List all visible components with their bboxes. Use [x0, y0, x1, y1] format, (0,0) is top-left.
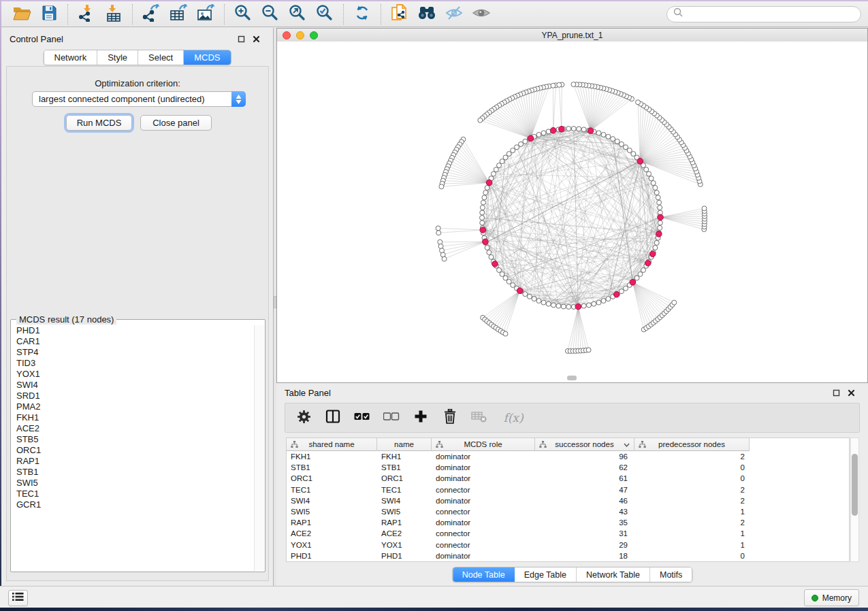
leaf-node[interactable] — [442, 257, 447, 261]
control-panel-float-button[interactable] — [237, 35, 246, 44]
table-settings-button[interactable] — [295, 409, 312, 427]
ring-node[interactable] — [634, 276, 639, 280]
optimization-criterion-select[interactable]: largest connected component (undirected) — [32, 91, 246, 107]
leaf-node[interactable] — [436, 231, 441, 235]
mcds-result-item[interactable]: STP4 — [12, 347, 254, 358]
ring-node[interactable] — [481, 200, 485, 205]
ring-node[interactable] — [581, 127, 586, 132]
mcds-hub-node[interactable] — [550, 127, 556, 133]
ring-node[interactable] — [503, 276, 508, 280]
ring-node[interactable] — [541, 131, 546, 135]
ring-node[interactable] — [566, 127, 571, 131]
table-panel-close-button[interactable] — [847, 389, 856, 397]
table-panel-float-button[interactable] — [832, 389, 841, 397]
ring-node[interactable] — [606, 134, 611, 139]
mcds-hub-node[interactable] — [575, 303, 581, 310]
mcds-result-item[interactable]: TEC1 — [12, 489, 254, 499]
leaf-node[interactable] — [478, 118, 483, 122]
mcds-result-item[interactable]: SWI4 — [12, 380, 254, 391]
table-row[interactable]: ORC1ORC1dominator610 — [287, 473, 849, 484]
ring-node[interactable] — [536, 132, 541, 137]
ring-node[interactable] — [507, 152, 511, 156]
mcds-result-item[interactable]: STB5 — [12, 434, 254, 445]
ring-node[interactable] — [511, 283, 515, 288]
table-row[interactable]: SWI4SWI4dominator462 — [287, 495, 849, 506]
ring-node[interactable] — [641, 267, 645, 272]
ring-node[interactable] — [485, 246, 489, 250]
export-image-button[interactable] — [192, 3, 219, 25]
select-all-button[interactable] — [353, 409, 371, 427]
zoom-fit-button[interactable] — [284, 3, 311, 25]
table-row[interactable]: PHD1PHD1dominator180 — [287, 550, 849, 561]
leaf-node[interactable] — [439, 184, 444, 189]
mcds-hub-node[interactable] — [486, 180, 492, 186]
mcds-result-item[interactable]: SWI5 — [12, 478, 254, 489]
ring-node[interactable] — [601, 132, 606, 137]
mcds-hub-node[interactable] — [637, 159, 643, 165]
leaf-node[interactable] — [503, 331, 508, 336]
ring-node[interactable] — [503, 155, 508, 160]
ring-node[interactable] — [596, 131, 601, 135]
import-network-button[interactable] — [73, 3, 100, 25]
table-row[interactable]: TEC1TEC1connector472 — [287, 484, 849, 495]
mcds-hub-node[interactable] — [656, 231, 662, 237]
mcds-result-item[interactable]: PHD1 — [12, 325, 254, 336]
zoom-selected-button[interactable] — [311, 3, 338, 25]
table-scrollbar[interactable] — [850, 437, 859, 562]
ring-node[interactable] — [653, 246, 658, 250]
deselect-all-button[interactable] — [383, 409, 400, 427]
ring-node[interactable] — [515, 145, 519, 150]
export-table-button[interactable] — [165, 3, 192, 25]
ring-node[interactable] — [627, 148, 632, 152]
ring-node[interactable] — [532, 297, 536, 301]
ring-node[interactable] — [651, 181, 656, 186]
ring-node[interactable] — [647, 171, 652, 176]
leaf-node[interactable] — [702, 206, 707, 211]
ring-node[interactable] — [623, 145, 628, 150]
memory-button[interactable]: Memory — [804, 589, 859, 606]
ring-node[interactable] — [631, 152, 636, 156]
export-network-button[interactable] — [138, 3, 165, 25]
show-columns-button[interactable] — [324, 409, 342, 427]
tab-motifs[interactable]: Motifs — [650, 567, 692, 582]
mcds-hub-node[interactable] — [645, 260, 651, 266]
ring-node[interactable] — [653, 185, 658, 190]
search-field[interactable] — [666, 6, 861, 22]
ring-node[interactable] — [596, 300, 601, 305]
ring-node[interactable] — [523, 139, 528, 144]
leaf-node[interactable] — [436, 226, 440, 231]
ring-node[interactable] — [601, 299, 606, 303]
search-input[interactable] — [684, 9, 854, 20]
delete-column-button[interactable] — [441, 409, 459, 427]
ring-node[interactable] — [480, 210, 485, 215]
ring-node[interactable] — [654, 191, 659, 195]
ring-node[interactable] — [656, 195, 660, 200]
ring-node[interactable] — [619, 142, 624, 146]
network-graph[interactable] — [277, 42, 867, 382]
mcds-hub-node[interactable] — [559, 126, 565, 132]
ring-node[interactable] — [638, 271, 643, 276]
leaf-node[interactable] — [672, 300, 677, 305]
tab-mcds[interactable]: MCDS — [184, 50, 230, 65]
hide-annotations-button[interactable] — [440, 3, 468, 25]
ring-node[interactable] — [483, 191, 488, 195]
search-binoculars-button[interactable] — [413, 3, 440, 25]
control-panel-close-button[interactable] — [252, 35, 261, 44]
ring-node[interactable] — [611, 137, 615, 142]
mcds-result-item[interactable]: FKH1 — [12, 412, 254, 423]
mcds-hub-node[interactable] — [658, 214, 664, 220]
ring-node[interactable] — [500, 271, 504, 276]
ring-node[interactable] — [480, 220, 485, 225]
ring-node[interactable] — [615, 139, 620, 144]
clone-network-button[interactable] — [386, 3, 413, 25]
table-scrollbar-thumb[interactable] — [852, 454, 858, 516]
ring-node[interactable] — [658, 225, 662, 230]
table-row[interactable]: YOX1YOX1connector291 — [287, 540, 849, 550]
mcds-hub-node[interactable] — [613, 291, 620, 297]
ring-node[interactable] — [489, 254, 494, 259]
ring-node[interactable] — [619, 289, 624, 294]
table-row[interactable]: SWI5SWI5connector431 — [287, 506, 849, 517]
ring-node[interactable] — [500, 159, 504, 164]
leaf-node[interactable] — [636, 100, 641, 105]
ring-node[interactable] — [507, 279, 511, 284]
